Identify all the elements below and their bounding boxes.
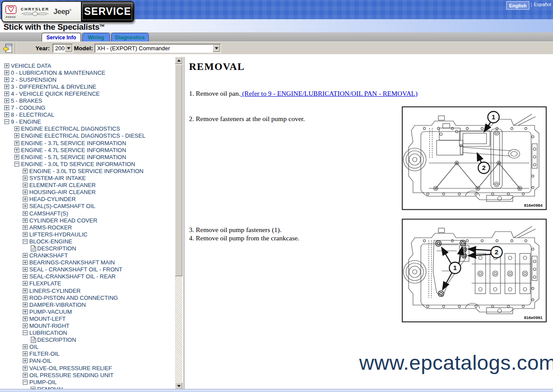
tree-item[interactable]: PUMP-VACUUM [0, 308, 175, 315]
refer-link[interactable]: (Refer to 9 - ENGINE/LUBRICATION/OIL PAN… [241, 90, 418, 97]
tab-diagnostics[interactable]: Diagnostics [111, 33, 149, 42]
tree-item[interactable]: ENGINE - 3.7L SERVICE INFORMATION [0, 139, 175, 146]
tree-item[interactable]: SEAL(S)-CAMSHAFT OIL [0, 203, 175, 210]
english-button[interactable]: English [506, 1, 529, 10]
expand-icon[interactable] [23, 323, 28, 328]
tree-item[interactable]: DESCRIPTION [0, 245, 175, 252]
expand-icon[interactable] [23, 190, 28, 194]
expand-icon[interactable] [23, 316, 28, 321]
collapse-icon[interactable] [14, 162, 19, 167]
tab-service-info[interactable]: Service Info [42, 33, 81, 42]
expand-icon[interactable] [4, 105, 9, 110]
expand-icon[interactable] [23, 309, 28, 314]
tree-item[interactable]: ENGINE - 4.7L SERVICE INFORMATION [0, 146, 175, 153]
expand-icon[interactable] [23, 302, 28, 307]
tree-item[interactable]: VALVE-OIL PRESSURE RELIEF [0, 364, 175, 371]
expand-icon[interactable] [23, 281, 28, 286]
tree-item[interactable]: BEARINGS-CRANKSHAFT MAIN [0, 259, 175, 266]
expand-icon[interactable] [23, 274, 28, 279]
expand-icon[interactable] [23, 260, 28, 265]
scroll-up-button[interactable] [175, 57, 182, 64]
tree-item[interactable]: 5 - BRAKES [0, 97, 175, 104]
expand-icon[interactable] [23, 288, 28, 293]
expand-icon[interactable] [14, 133, 19, 138]
tree-item[interactable]: ENGINE - 5.7L SERVICE INFORMATION [0, 153, 175, 160]
expand-icon[interactable] [23, 253, 28, 258]
scrollbar-thumb[interactable] [175, 64, 182, 276]
tree-item[interactable]: LUBRICATION [0, 330, 175, 336]
tree-item[interactable]: FLEXPLATE [0, 280, 175, 287]
expand-icon[interactable] [23, 225, 28, 230]
tree-item[interactable]: SEAL - CRANKSHAFT OIL - FRONT [0, 266, 175, 273]
collapse-icon[interactable] [23, 380, 28, 385]
tree-item[interactable]: PUMP-OIL [0, 378, 175, 385]
collapse-icon[interactable] [23, 330, 28, 335]
tree-item[interactable]: SEAL-CRANKSHAFT OIL - REAR [0, 273, 175, 280]
expand-icon[interactable] [4, 77, 9, 82]
tree-item[interactable]: 7 - COOLING [0, 104, 175, 111]
tree-item[interactable]: PAN-OIL [0, 357, 175, 364]
expand-icon[interactable] [23, 267, 28, 272]
tab-wiring[interactable]: Wiring [82, 33, 110, 42]
tree-item[interactable]: HEAD-CYLINDER [0, 196, 175, 203]
expand-icon[interactable] [23, 204, 28, 208]
tree-item[interactable]: OIL [0, 343, 175, 350]
tree-item[interactable]: MOUNT-RIGHT [0, 322, 175, 329]
expand-icon[interactable] [23, 344, 28, 349]
tree-item[interactable]: SYSTEM-AIR INTAKE [0, 175, 175, 182]
expand-icon[interactable] [4, 70, 9, 75]
expand-icon[interactable] [14, 148, 19, 153]
tree-item[interactable]: VEHICLE DATA [0, 62, 175, 69]
expand-icon[interactable] [23, 183, 28, 187]
expand-icon[interactable] [23, 211, 28, 216]
expand-icon[interactable] [4, 84, 9, 89]
expand-icon[interactable] [23, 169, 28, 173]
tree-item[interactable]: LIFTERS-HYDRAULIC [0, 231, 175, 238]
tree-item[interactable]: FILTER-OIL [0, 350, 175, 357]
tree-item[interactable]: BLOCK-ENGINE [0, 238, 175, 245]
tree-item[interactable]: CYLINDER HEAD COVER [0, 217, 175, 224]
model-select[interactable]: XH - (EXPORT) Commander [94, 44, 221, 53]
tree-item[interactable]: 2 - SUSPENSION [0, 76, 175, 83]
expand-icon[interactable] [23, 218, 28, 223]
expand-icon[interactable] [14, 126, 19, 131]
tree-item[interactable]: DESCRIPTION [0, 336, 175, 343]
tree-item[interactable]: CRANKSHAFT [0, 252, 175, 259]
tree-item[interactable]: ARMS-ROCKER [0, 224, 175, 231]
expand-icon[interactable] [23, 295, 28, 300]
expand-icon[interactable] [14, 141, 19, 146]
tree-item[interactable]: ENGINE - 3.0L TD SERVICE INFORMATION [0, 167, 175, 174]
tree-item[interactable]: 8 - ELECTRICAL [0, 111, 175, 118]
expand-icon[interactable] [23, 197, 28, 201]
expand-icon[interactable] [23, 351, 28, 356]
tree-item[interactable]: HOUSING-AIR CLEANER [0, 189, 175, 196]
tree-item[interactable]: 9 - ENGINE [0, 118, 175, 125]
tree-item[interactable]: ELEMENT-AIR CLEANER [0, 182, 175, 189]
expand-icon[interactable] [4, 91, 9, 96]
scroll-down-button[interactable] [175, 382, 182, 389]
tree-item[interactable]: LINERS-CYLINDER [0, 287, 175, 294]
expand-icon[interactable] [23, 373, 28, 378]
year-dropdown-button[interactable] [65, 45, 72, 52]
collapse-icon[interactable] [23, 239, 28, 244]
tree-item[interactable]: DAMPER-VIBRATION [0, 301, 175, 308]
expand-icon[interactable] [4, 63, 9, 68]
expand-icon[interactable] [4, 98, 9, 103]
tree-item[interactable]: ENGINE ELECTRICAL DIAGNOSTICS [0, 125, 175, 132]
expand-icon[interactable] [23, 176, 28, 180]
expand-icon[interactable] [23, 358, 28, 363]
tree-item[interactable]: ENGINE ELECTRICAL DIAGNOSTICS - DIESEL [0, 132, 175, 139]
expand-icon[interactable] [4, 112, 9, 117]
tree-item[interactable]: MOUNT-LEFT [0, 315, 175, 322]
tree-item[interactable]: ENGINE - 3.0L TD SERVICE INFORMATION [0, 160, 175, 167]
tree-item[interactable]: OIL PRESSURE SENDING UNIT [0, 371, 175, 378]
expand-icon[interactable] [23, 232, 28, 237]
espanol-link[interactable]: Español [534, 2, 551, 7]
tree-scrollbar[interactable] [175, 57, 182, 389]
expand-icon[interactable] [14, 155, 19, 160]
tree-item[interactable]: 4 - VEHICLE QUICK REFERENCE [0, 90, 175, 97]
expand-icon[interactable] [23, 366, 28, 371]
tree-toggle-button[interactable] [1, 43, 13, 54]
tree-item[interactable]: 3 - DIFFERENTIAL & DRIVELINE [0, 83, 175, 90]
collapse-icon[interactable] [4, 119, 9, 124]
